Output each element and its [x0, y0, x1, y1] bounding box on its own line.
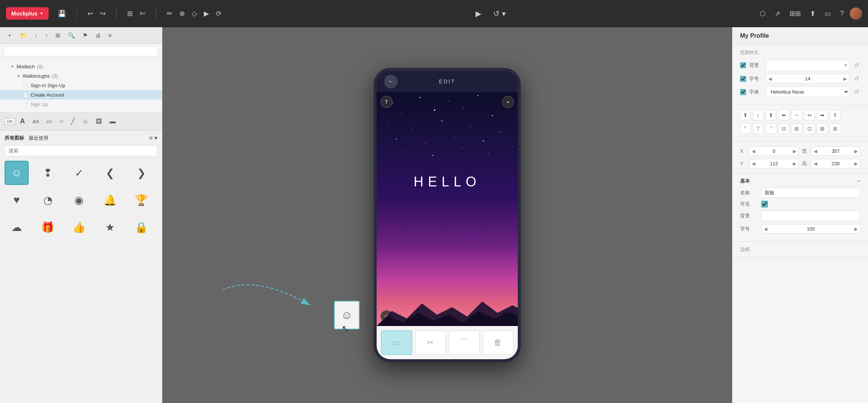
icon-item-trophy[interactable]: 🏆 [129, 188, 153, 212]
avatar[interactable] [850, 8, 862, 20]
basic-fontsize-inc-btn[interactable]: ▶ [852, 225, 860, 233]
move-down-button[interactable]: ↓ [32, 31, 40, 40]
basic-fontsize-dec-btn[interactable]: ◀ [762, 225, 770, 233]
logo-button[interactable]: Mockplus ▼ [6, 7, 49, 20]
icon-menu-button[interactable]: ≡ ▾ [149, 134, 157, 142]
basic-bg-color[interactable] [761, 211, 860, 221]
icon-item-lock[interactable]: 🔒 [129, 215, 153, 239]
emoji-tool[interactable]: ☺ [80, 116, 91, 127]
height-dec-btn[interactable]: ◀ [811, 160, 819, 168]
x-dec-btn[interactable]: ◀ [749, 147, 757, 155]
name-input[interactable] [761, 188, 860, 198]
height-inc-btn[interactable]: ▶ [852, 160, 860, 168]
align-grid4-btn[interactable]: ⊞ [830, 123, 840, 134]
flag-button[interactable]: ⚑ [80, 31, 90, 40]
bg-checkbox[interactable] [740, 62, 746, 68]
sync-button[interactable]: ↺ ▾ [490, 7, 509, 20]
layer-search-input[interactable] [4, 46, 158, 56]
basic-collapse-btn[interactable]: − [857, 178, 860, 185]
group-button[interactable]: ⊞ [53, 31, 63, 40]
crop-button[interactable]: ✄ [137, 7, 148, 20]
text-tool[interactable]: A [17, 115, 28, 127]
align-tleft-btn[interactable]: ⌜ [740, 123, 751, 134]
align-grid1-btn[interactable]: ⊞ [791, 123, 802, 134]
x-input[interactable] [757, 147, 791, 155]
y-dec-btn[interactable]: ◀ [749, 160, 757, 168]
tab-all-icons[interactable]: 所有图标 [5, 135, 24, 142]
fontsize-checkbox[interactable] [740, 76, 746, 82]
handle-top-right[interactable]: × [502, 96, 514, 108]
icon-item-exclamation[interactable]: ❢ [36, 161, 60, 185]
folder-button[interactable]: 📁 [18, 31, 29, 40]
pen-button[interactable]: ✏ [164, 7, 175, 20]
play-button[interactable]: ▶ [201, 7, 212, 20]
image-tool[interactable]: 🖼 [93, 116, 105, 127]
share-button[interactable]: ⇗ [772, 7, 783, 20]
distribute-v-btn[interactable]: ⇕ [830, 110, 840, 120]
basic-fontsize-input[interactable] [770, 225, 852, 233]
width-input[interactable] [819, 147, 853, 155]
diamond-button[interactable]: ◇ [189, 7, 200, 20]
icon-search-input[interactable] [5, 145, 157, 156]
add-element-button[interactable]: ＋ [5, 30, 15, 40]
align-tcenter-btn[interactable]: ⊤ [753, 123, 763, 134]
tree-item-signin[interactable]: 📄 Sign-In Sign-Up [0, 81, 162, 90]
icon-item-star[interactable]: ★ [98, 215, 122, 239]
bg-reset-btn[interactable]: ↺ [853, 61, 860, 70]
align-right-btn[interactable]: ➡ [817, 110, 828, 120]
list-button[interactable]: ≡ [106, 31, 114, 40]
ok-tool[interactable]: OK [5, 118, 15, 125]
bottom-icon-rect[interactable]: ▭ [381, 331, 412, 355]
play-preview-button[interactable]: ▶ [472, 7, 484, 20]
export-button[interactable]: ⬆ [807, 7, 819, 20]
rect-tool[interactable]: ▭ [44, 116, 55, 127]
bg-color-input[interactable]: ▾ [766, 60, 850, 71]
fit-button[interactable]: ⊞ [124, 7, 136, 20]
layout-button[interactable]: ⬡ [757, 7, 769, 20]
visible-checkbox[interactable] [761, 201, 768, 208]
frame-tool[interactable]: ▬ [107, 116, 118, 127]
icon-item-check[interactable]: ✓ [67, 161, 91, 185]
tree-item-walktroughs[interactable]: ▼ Walktroughs (3) [0, 71, 162, 81]
fontfamily-checkbox[interactable] [740, 89, 746, 95]
align-grid2-btn[interactable]: ⊡ [804, 123, 815, 134]
textbox-tool[interactable]: A≡ [30, 117, 42, 126]
align-grid3-btn[interactable]: ⊠ [817, 123, 828, 134]
y-input[interactable] [757, 159, 791, 168]
align-left-btn[interactable]: ⬅ [779, 110, 789, 120]
align-bottom-btn[interactable]: ⬇ [766, 110, 776, 120]
ellipse-tool[interactable]: ○ [57, 116, 66, 127]
distribute-h-btn[interactable]: ↔ [791, 110, 802, 120]
center-button[interactable]: ⊕ [176, 7, 188, 20]
fontfamily-reset-btn[interactable]: ↺ [853, 88, 860, 96]
align-top-btn[interactable]: ⬆ [740, 110, 751, 120]
phone-back-button[interactable]: ← [384, 75, 398, 88]
width-dec-btn[interactable]: ◀ [811, 147, 819, 155]
help-button[interactable]: ? [837, 7, 847, 20]
icon-item-pie-chart[interactable]: ◔ [36, 188, 60, 212]
x-inc-btn[interactable]: ▶ [791, 147, 799, 155]
align-tright-btn[interactable]: ⌝ [766, 123, 776, 134]
align-middle-btn[interactable]: ↕ [753, 110, 763, 120]
save-button[interactable]: 💾 [55, 7, 69, 20]
tree-item-modisch[interactable]: ▼ Modisch (8) [0, 62, 162, 71]
record-button[interactable]: ⟳ [213, 7, 225, 20]
bottom-icon-curve[interactable]: ⌒ [449, 331, 480, 355]
icon-item-smiley[interactable]: ☺ [5, 161, 29, 185]
icon-item-chevron-right[interactable]: ❯ [129, 161, 153, 185]
icon-item-heart[interactable]: ♥ [5, 188, 29, 212]
fontsize-inc-btn[interactable]: ▶ [841, 75, 849, 83]
icon-item-bell[interactable]: 🔔 [98, 188, 122, 212]
y-inc-btn[interactable]: ▶ [791, 160, 799, 168]
height-input[interactable] [819, 159, 853, 168]
line-tool[interactable]: ╱ [68, 116, 77, 127]
grid-view-button[interactable]: ⊞⊞ [786, 7, 804, 20]
search-layer-button[interactable]: 🔍 [66, 31, 77, 40]
bottom-icon-trash[interactable]: 🗑 [483, 331, 514, 355]
tree-item-createaccount[interactable]: 📄 Create Account [0, 90, 162, 100]
icon-item-eye[interactable]: ◉ [67, 188, 91, 212]
icon-item-cloud[interactable]: ☁ [5, 215, 29, 239]
fontsize-reset-btn[interactable]: ↺ [853, 74, 860, 83]
bottom-icon-scissors[interactable]: ✂ [415, 331, 446, 355]
tab-recent-icons[interactable]: 最近使用 [29, 135, 48, 142]
